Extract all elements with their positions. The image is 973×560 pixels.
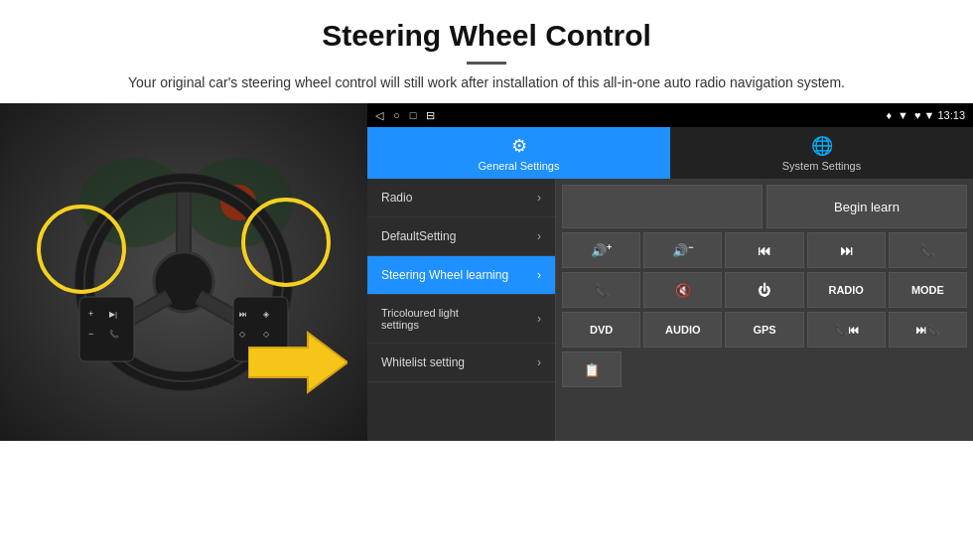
tab-system-settings[interactable]: 🌐 System Settings: [670, 127, 973, 179]
answer-icon: 📞: [594, 283, 610, 298]
control-grid-row3: 📞 🔇 ⏻ RADIO MODE: [562, 272, 967, 308]
radio-button[interactable]: RADIO: [807, 272, 886, 308]
phone-icon: 📞: [919, 243, 935, 258]
menu-item-steering-wheel[interactable]: Steering Wheel learning ›: [367, 256, 555, 295]
left-menu: Radio › DefaultSetting › Steering Wheel …: [367, 179, 556, 441]
next-phone-icon: ⏭📞: [915, 324, 940, 337]
volume-up-icon: 🔊+: [591, 242, 612, 258]
menu-steering-label: Steering Wheel learning: [381, 268, 537, 282]
page-wrapper: Steering Wheel Control Your original car…: [0, 0, 973, 560]
chevron-icon: ›: [537, 268, 541, 282]
power-icon: ⏻: [758, 283, 770, 298]
status-bar: ◁ ○ □ ⊟ ♦ ▼ ♥ ▼ 13:13: [367, 103, 973, 127]
gps-label: GPS: [753, 324, 775, 336]
svg-text:▶|: ▶|: [109, 310, 117, 319]
begin-learn-button[interactable]: Begin learn: [766, 185, 967, 228]
android-panel: ◁ ○ □ ⊟ ♦ ▼ ♥ ▼ 13:13 ⚙ General Settings: [367, 103, 973, 441]
control-grid-row2: 🔊+ 🔊− ⏮ ⏭ 📞: [562, 232, 967, 268]
answer-call-button[interactable]: 📞: [562, 272, 640, 308]
list-icon: 📋: [584, 362, 600, 377]
svg-text:📞: 📞: [109, 329, 119, 339]
gps-icon: ♦: [886, 109, 892, 121]
tab-system-label: System Settings: [782, 160, 861, 172]
chevron-icon: ›: [537, 312, 541, 326]
menu-default-label: DefaultSetting: [381, 229, 537, 243]
gear-icon: ⚙: [511, 135, 527, 157]
tab-general-settings[interactable]: ⚙ General Settings: [367, 127, 670, 179]
nav-home-icon[interactable]: ○: [393, 109, 400, 121]
menu-item-tricoloured[interactable]: Tricoloured lightsettings ›: [367, 295, 555, 344]
page-title: Steering Wheel Control: [40, 18, 933, 54]
phone-prev-button[interactable]: 📞⏮: [807, 312, 886, 348]
next-track-icon: ⏭: [840, 243, 853, 258]
chevron-icon: ›: [537, 191, 541, 205]
empty-display-box: [562, 185, 763, 228]
menu-item-defaultsetting[interactable]: DefaultSetting ›: [367, 217, 555, 256]
highlight-circle-left: [37, 205, 126, 294]
dvd-button[interactable]: DVD: [562, 312, 640, 348]
highlight-circle-right: [241, 198, 331, 287]
gps-button[interactable]: GPS: [725, 312, 803, 348]
menu-item-whitelist[interactable]: Whitelist setting ›: [367, 344, 555, 382]
svg-text:◇: ◇: [239, 330, 246, 339]
globe-icon: 🌐: [811, 135, 833, 157]
chevron-icon: ›: [537, 355, 541, 369]
list-button[interactable]: 📋: [562, 351, 622, 387]
volume-down-button[interactable]: 🔊−: [643, 232, 722, 268]
nav-recent-icon[interactable]: □: [410, 109, 417, 121]
phone-prev-icon: 📞⏮: [834, 324, 859, 337]
radio-label: RADIO: [828, 284, 863, 296]
menu-radio-label: Radio: [381, 191, 537, 205]
chevron-icon: ›: [537, 229, 541, 243]
status-bar-nav: ◁ ○ □ ⊟: [375, 109, 435, 122]
menu-tricoloured-label: Tricoloured lightsettings: [381, 307, 537, 331]
title-divider: [467, 62, 506, 65]
svg-text:◈: ◈: [263, 310, 270, 319]
volume-up-button[interactable]: 🔊+: [562, 232, 640, 268]
svg-text:−: −: [88, 329, 93, 339]
next-phone-button[interactable]: ⏭📞: [889, 312, 967, 348]
call-button[interactable]: 📞: [889, 232, 967, 268]
volume-down-icon: 🔊−: [672, 242, 693, 258]
menu-item-radio[interactable]: Radio ›: [367, 179, 555, 217]
mode-button[interactable]: MODE: [889, 272, 967, 308]
power-button[interactable]: ⏻: [725, 272, 803, 308]
content-row: + − ▶| 📞 ⏭ ◇ ◈ ◇: [0, 103, 973, 560]
right-content: Begin learn 🔊+ 🔊− ⏮: [556, 179, 973, 441]
signal-icon: ▼: [898, 109, 908, 121]
audio-button[interactable]: AUDIO: [643, 312, 722, 348]
status-bar-info: ♦ ▼ ♥ ▼ 13:13: [886, 109, 965, 121]
nav-menu-icon[interactable]: ⊟: [426, 109, 435, 122]
prev-track-button[interactable]: ⏮: [725, 232, 803, 268]
content-row-1: Begin learn: [562, 185, 967, 228]
subtitle-text: Your original car's steering wheel contr…: [99, 72, 874, 93]
car-image-container: + − ▶| 📞 ⏭ ◇ ◈ ◇: [0, 103, 367, 441]
mute-icon: 🔇: [675, 283, 691, 298]
nav-back-icon[interactable]: ◁: [375, 109, 383, 122]
car-image-bg: + − ▶| 📞 ⏭ ◇ ◈ ◇: [0, 103, 367, 441]
mode-label: MODE: [911, 284, 944, 296]
svg-marker-23: [248, 333, 348, 392]
mute-button[interactable]: 🔇: [643, 272, 722, 308]
svg-text:+: +: [88, 309, 93, 319]
svg-text:⏭: ⏭: [239, 310, 247, 319]
header-section: Steering Wheel Control Your original car…: [0, 0, 973, 103]
arrow-overlay: [248, 328, 348, 401]
tab-bar: ⚙ General Settings 🌐 System Settings: [367, 127, 973, 179]
clock: ♥ ▼ 13:13: [914, 109, 965, 121]
control-grid-row5: 📋: [562, 351, 967, 387]
menu-whitelist-label: Whitelist setting: [381, 355, 537, 369]
main-area: Radio › DefaultSetting › Steering Wheel …: [367, 179, 973, 441]
prev-track-icon: ⏮: [758, 243, 770, 258]
tab-general-label: General Settings: [479, 160, 560, 172]
audio-label: AUDIO: [665, 324, 700, 336]
control-grid-row4: DVD AUDIO GPS 📞⏮ ⏭📞: [562, 312, 967, 348]
next-track-button[interactable]: ⏭: [807, 232, 886, 268]
dvd-label: DVD: [590, 324, 613, 336]
